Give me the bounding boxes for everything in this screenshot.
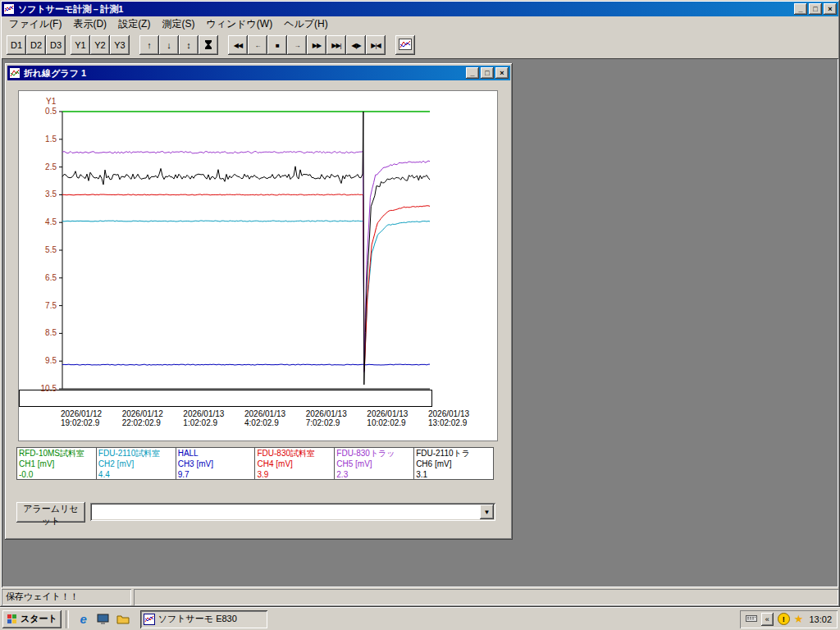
legend-cell-ch2: FDU-2110試料室CH2 [mV]4.4 bbox=[97, 448, 176, 479]
fast-forward-button[interactable]: ▶▶ bbox=[307, 35, 326, 55]
stop-button[interactable]: ■ bbox=[267, 35, 287, 55]
marker-next-button[interactable]: ▶|◀ bbox=[366, 35, 386, 55]
menu-window[interactable]: ウィンドウ(W) bbox=[200, 16, 278, 33]
wait-hourglass-button[interactable] bbox=[199, 35, 218, 55]
graph-close-button[interactable]: × bbox=[495, 67, 509, 79]
folder-icon[interactable] bbox=[114, 610, 132, 628]
channel-value: 2.3 bbox=[336, 469, 413, 479]
step-forward-button[interactable]: → bbox=[287, 35, 307, 55]
channel-label: CH1 [mV] bbox=[19, 459, 96, 469]
channel-name: FDU-2110試料室 bbox=[98, 448, 176, 459]
step-back-button[interactable]: ← bbox=[248, 35, 267, 55]
folder-glyph bbox=[116, 614, 130, 624]
scroll-up-button[interactable]: ↑ bbox=[139, 35, 159, 55]
x-tick-label: 2026/01/134:02:02.9 bbox=[244, 409, 285, 427]
taskbar-divider bbox=[66, 610, 69, 628]
graph-window: 折れ線グラフ 1 _ □ × Y1 0.51.52.53.54.55.56.57… bbox=[5, 63, 513, 540]
fast-forward-icon: ▶▶ bbox=[313, 42, 321, 49]
y-axis-label: Y1 bbox=[46, 97, 56, 106]
chart-plot bbox=[62, 112, 430, 389]
x-tick-time: 7:02:02.9 bbox=[306, 418, 347, 427]
x-tick-date: 2026/01/13 bbox=[367, 409, 408, 418]
x-tick-label: 2026/01/1219:02:02.9 bbox=[61, 409, 102, 427]
y-tick-label: 10.5 bbox=[29, 384, 57, 394]
toolbar-button-d3[interactable]: D3 bbox=[46, 35, 66, 55]
menu-settings[interactable]: 設定(Z) bbox=[112, 16, 156, 33]
alarm-reset-button[interactable]: アラームリセット bbox=[16, 502, 85, 523]
x-tick-date: 2026/01/12 bbox=[61, 409, 102, 418]
stop-icon: ■ bbox=[276, 42, 279, 49]
close-button[interactable]: × bbox=[824, 3, 837, 15]
channel-value: 4.4 bbox=[98, 469, 176, 479]
minimize-button[interactable]: _ bbox=[794, 3, 807, 15]
menu-measure[interactable]: 測定(S) bbox=[156, 16, 200, 33]
menu-help[interactable]: ヘルプ(H) bbox=[278, 16, 334, 33]
x-tick-date: 2026/01/13 bbox=[244, 409, 285, 418]
time-scroll-box[interactable] bbox=[19, 390, 432, 407]
channel-name: FDU-830トラッ bbox=[336, 448, 413, 459]
task-button[interactable]: ソフトサーモ E830 bbox=[140, 610, 267, 628]
tray-chevron-button[interactable]: « bbox=[761, 613, 774, 626]
channel-value: 9.7 bbox=[178, 469, 255, 479]
toolbar-button-y1[interactable]: Y1 bbox=[71, 35, 90, 55]
x-tick-time: 19:02:02.9 bbox=[61, 418, 102, 427]
monitor-icon bbox=[97, 614, 110, 625]
marker-next-icon: ▶|◀ bbox=[371, 42, 380, 49]
channel-value: -0.0 bbox=[19, 469, 96, 479]
graph-titlebar[interactable]: 折れ線グラフ 1 _ □ × bbox=[7, 66, 510, 80]
start-button[interactable]: スタート bbox=[2, 610, 62, 628]
ie-icon[interactable] bbox=[75, 610, 93, 628]
wait-hourglass-icon bbox=[203, 39, 213, 52]
toolbar-button-y3[interactable]: Y3 bbox=[110, 35, 130, 55]
y-tick-label: 3.5 bbox=[29, 189, 57, 199]
x-tick-time: 10:02:02.9 bbox=[367, 418, 408, 427]
star-icon[interactable] bbox=[794, 614, 804, 624]
device-icon[interactable] bbox=[746, 614, 757, 624]
menu-view[interactable]: 表示(D) bbox=[67, 16, 112, 33]
y-tick-label: 6.5 bbox=[29, 273, 57, 283]
x-tick-label: 2026/01/131:02:02.9 bbox=[183, 409, 224, 427]
series-ch5-line bbox=[62, 152, 430, 372]
toolbar-button-y2[interactable]: Y2 bbox=[90, 35, 110, 55]
channel-name: HALL bbox=[178, 448, 255, 459]
toolbar-button-d2[interactable]: D2 bbox=[26, 35, 46, 55]
toolbar-button-d1[interactable]: D1 bbox=[7, 35, 26, 55]
x-tick-date: 2026/01/13 bbox=[183, 409, 224, 418]
quick-launch bbox=[75, 610, 132, 628]
series-ch3-line bbox=[62, 364, 430, 365]
menu-file[interactable]: ファイル(F) bbox=[3, 16, 67, 33]
graph-minimize-button[interactable]: _ bbox=[466, 67, 479, 79]
status-text: 保存ウェイト！！ bbox=[6, 591, 79, 601]
x-tick-label: 2026/01/1310:02:02.9 bbox=[367, 409, 408, 427]
maximize-button[interactable]: □ bbox=[809, 3, 822, 15]
graph-display-button[interactable] bbox=[395, 35, 415, 55]
legend-cell-ch6: FDU-2110トラCH6 [mV]3.1 bbox=[414, 448, 493, 479]
combo-dropdown-button[interactable]: ▼ bbox=[480, 504, 494, 519]
x-tick-date: 2026/01/13 bbox=[428, 409, 469, 418]
scroll-down-button[interactable]: ↓ bbox=[159, 35, 179, 55]
screen: ソフトサーモ計測－計測1 _ □ × ファイル(F)表示(D)設定(Z)測定(S… bbox=[0, 0, 840, 630]
alert-icon[interactable] bbox=[778, 613, 790, 625]
graph-maximize-button[interactable]: □ bbox=[481, 67, 494, 79]
plot-area bbox=[62, 112, 430, 389]
legend-cell-ch5: FDU-830トラッCH5 [mV]2.3 bbox=[335, 448, 414, 479]
marker-prev-button[interactable]: ◀|▶ bbox=[346, 35, 366, 55]
channel-value: 3.1 bbox=[416, 469, 493, 479]
scroll-down-icon: ↓ bbox=[167, 40, 171, 50]
x-tick-time: 4:02:02.9 bbox=[244, 418, 285, 427]
y-tick-label: 5.5 bbox=[29, 245, 57, 255]
rewind-button[interactable]: ◀◀ bbox=[228, 35, 248, 55]
to-end-button[interactable]: ▶▶| bbox=[326, 35, 346, 55]
x-tick-date: 2026/01/13 bbox=[306, 409, 347, 418]
show-desktop-icon[interactable] bbox=[94, 610, 112, 628]
app-titlebar[interactable]: ソフトサーモ計測－計測1 _ □ × bbox=[2, 2, 838, 16]
scroll-updown-button[interactable]: ↕ bbox=[179, 35, 199, 55]
channel-label: CH2 [mV] bbox=[98, 459, 176, 469]
alarm-combo[interactable]: ▼ bbox=[90, 503, 495, 521]
clock: 13:02 bbox=[809, 614, 832, 624]
windows-logo-icon bbox=[7, 614, 18, 625]
channel-name: FDU-2110トラ bbox=[416, 448, 493, 459]
y-tick-label: 7.5 bbox=[29, 301, 57, 311]
app-icon bbox=[3, 3, 15, 15]
app-window: ソフトサーモ計測－計測1 _ □ × ファイル(F)表示(D)設定(Z)測定(S… bbox=[0, 0, 840, 607]
